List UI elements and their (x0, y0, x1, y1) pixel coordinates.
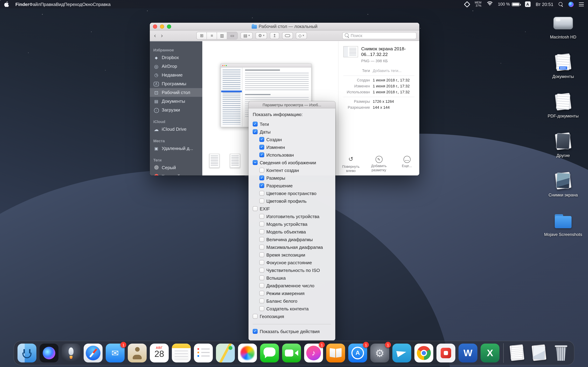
sidebar-row[interactable]: AirDrop (150, 62, 202, 71)
desktop-icon[interactable]: Другие (542, 132, 585, 171)
tags-button[interactable] (282, 32, 293, 39)
checkbox[interactable] (259, 275, 264, 280)
dock-item[interactable] (392, 344, 411, 362)
sidebar-row[interactable]: Серый (150, 163, 202, 172)
filmstrip-thumbnail[interactable] (230, 154, 240, 168)
view-option-row[interactable]: EXIF (253, 205, 331, 213)
checkbox[interactable] (259, 191, 264, 196)
dock-item[interactable] (238, 344, 257, 362)
sidebar-row[interactable]: Загрузки (150, 106, 202, 114)
dock-item[interactable] (128, 344, 147, 362)
dock-item[interactable] (62, 344, 80, 362)
checkbox[interactable] (259, 229, 264, 234)
dock-item[interactable] (282, 344, 301, 362)
checkbox[interactable] (259, 260, 264, 265)
dropbox-status-icon[interactable] (464, 1, 470, 8)
checkbox[interactable] (259, 152, 264, 157)
view-option-row[interactable]: Изменен (253, 143, 331, 151)
view-option-row[interactable]: Даты (253, 128, 331, 136)
dock-item[interactable]: ♪ 1 (304, 344, 323, 362)
checkbox[interactable] (253, 314, 258, 319)
sidebar-row[interactable]: Программы (150, 79, 202, 88)
checkbox[interactable] (259, 299, 264, 303)
window-titlebar[interactable]: Рабочий стол — локальный (150, 23, 419, 30)
checkbox[interactable] (259, 306, 264, 311)
dock-item[interactable] (503, 343, 504, 363)
dock-item[interactable] (508, 344, 526, 362)
checkbox[interactable] (259, 252, 264, 257)
view-mode-button[interactable]: ▥ (217, 32, 227, 39)
quick-action-button[interactable]: Повернуть влево (339, 155, 363, 173)
view-option-row[interactable]: Контент создан (253, 166, 331, 174)
dock-item[interactable] (260, 344, 279, 362)
view-options-title[interactable]: Параметры просмотра — Изоб... (249, 101, 335, 108)
search-field[interactable] (342, 32, 416, 39)
checkbox[interactable] (259, 199, 264, 203)
checkbox[interactable] (259, 183, 264, 188)
dock-item[interactable] (40, 344, 59, 362)
checkbox[interactable] (253, 122, 258, 126)
sidebar-row[interactable]: Документы (150, 97, 202, 106)
checkbox[interactable] (253, 160, 258, 165)
view-option-row[interactable]: Чувствительность по ISO (253, 266, 331, 274)
menu-item[interactable]: Окно (82, 1, 93, 7)
dock-item[interactable] (436, 344, 455, 362)
view-option-row[interactable]: Баланс белого (253, 297, 331, 305)
view-option-row[interactable]: Модель объектива (253, 228, 331, 236)
dropbox-menu-button[interactable]: ◇ ▾ (295, 32, 307, 39)
checkbox[interactable] (259, 291, 264, 296)
view-option-row[interactable]: Размеры (253, 174, 331, 182)
view-option-row[interactable]: Создатель контента (253, 305, 331, 312)
checkbox[interactable] (253, 329, 258, 334)
quick-action-button[interactable]: Добавить разметку (367, 155, 390, 173)
dock-item[interactable] (415, 344, 433, 362)
view-option-row[interactable]: Величина диафрагмы (253, 236, 331, 243)
view-option-row[interactable]: Диафрагменное число (253, 282, 331, 289)
spotlight-icon[interactable] (559, 2, 563, 7)
checkbox[interactable] (259, 214, 264, 219)
sidebar-row[interactable]: Удаленный д... (150, 144, 202, 153)
sidebar-row[interactable]: Избранное (150, 43, 202, 53)
view-option-row[interactable]: Изготовитель устройства (253, 213, 331, 220)
dock-item[interactable] (216, 344, 235, 362)
apple-menu-icon[interactable] (4, 1, 9, 7)
sidebar-row[interactable]: Красный (150, 172, 202, 175)
quick-action-button[interactable]: Еще... (395, 155, 418, 173)
view-mode-button[interactable]: ≡ (207, 32, 217, 39)
wifi-icon[interactable] (487, 1, 493, 7)
menu-item[interactable]: Вид (56, 1, 64, 7)
action-menu-button[interactable]: ⚙ ▾ (255, 32, 267, 39)
menu-item[interactable]: Finder (15, 1, 29, 7)
view-option-row[interactable]: Использован (253, 151, 331, 159)
dock-item[interactable]: W (458, 344, 477, 362)
group-by-button[interactable]: ▤ ▾ (241, 32, 253, 39)
checkbox[interactable] (259, 175, 264, 180)
desktop-icon[interactable]: PDF-документы (542, 92, 585, 132)
view-option-row[interactable]: Максимальная диафрагма (253, 243, 331, 251)
view-option-row[interactable]: Цветовое пространство (253, 189, 331, 197)
filmstrip-thumbnail[interactable] (209, 154, 219, 168)
view-option-row[interactable]: Режим измерения (253, 289, 331, 297)
view-option-row[interactable]: Разрешение (253, 182, 331, 189)
dock-item[interactable]: ⚙ 1 (370, 344, 389, 362)
menu-item[interactable]: Справка (93, 1, 111, 7)
sidebar-row[interactable]: Недавние (150, 71, 202, 79)
view-option-row[interactable]: Модель устройства (253, 220, 331, 228)
checkbox[interactable] (259, 145, 264, 150)
view-mode-button[interactable]: ⊞ (197, 32, 207, 39)
sidebar-row[interactable]: iCloud (150, 114, 202, 125)
sidebar-row[interactable]: Теги (150, 153, 202, 163)
dock-item[interactable] (172, 344, 191, 362)
dock-item[interactable] (529, 344, 548, 362)
dock-item[interactable]: X (481, 344, 500, 362)
view-mode-button[interactable]: ▭ (227, 32, 237, 39)
menu-clock[interactable]: Вт 20:51 (536, 1, 553, 7)
view-option-row[interactable]: Вспышка (253, 274, 331, 282)
dock-item[interactable]: ✉ 1 (106, 344, 125, 362)
memory-status[interactable]: MEM 37% (475, 1, 482, 7)
menu-item[interactable]: Правка (40, 1, 56, 7)
checkbox[interactable] (259, 168, 264, 173)
input-source-menu[interactable]: А (525, 1, 530, 7)
dock-item[interactable] (552, 344, 571, 362)
dock-item[interactable] (84, 344, 103, 362)
